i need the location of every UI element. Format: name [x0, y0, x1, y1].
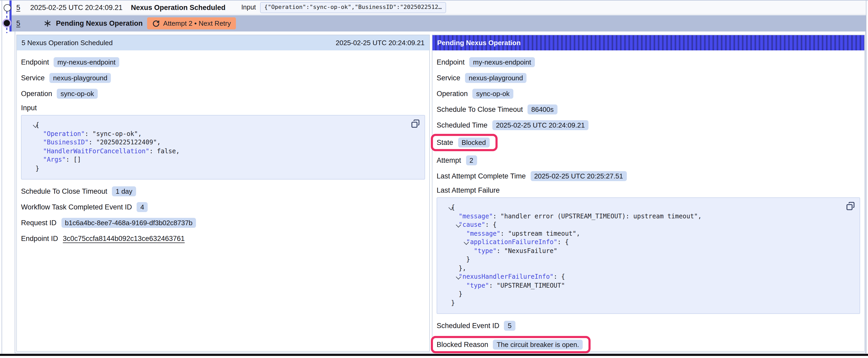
- json-line: }: [443, 255, 853, 264]
- frame-border-right: [866, 0, 866, 354]
- field-label: State: [437, 138, 453, 147]
- json-line: "BusinessID": "20250225122409",: [28, 138, 418, 147]
- event-title: Nexus Operation Scheduled: [131, 3, 225, 11]
- json-line: }: [28, 164, 418, 173]
- right-field-last-attempt-complete-time: Last Attempt Complete Time2025-02-25 UTC…: [437, 171, 860, 181]
- input-json-viewer: { "Operation": "sync-op-ok", "BusinessID…: [21, 115, 425, 180]
- right-field-schedule-to-close-timeout: Schedule To Close Timeout86400s: [437, 104, 860, 115]
- field-value-chip: The circuit breaker is open.: [493, 339, 583, 350]
- left-field-endpoint: Endpointmy-nexus-endpoint: [21, 57, 425, 67]
- field-value-chip: Blocked: [458, 137, 490, 148]
- pending-nexus-operation-panel: Pending Nexus Operation Endpointmy-nexus…: [432, 35, 865, 352]
- right-field-scheduled-time: Scheduled Time2025-02-25 UTC 20:24:09.21: [437, 120, 860, 130]
- left-field-workflow-task-completed-event-id: Workflow Task Completed Event ID4: [21, 202, 425, 212]
- field-value-chip: 86400s: [528, 104, 557, 114]
- json-line: "HandlerWaitForCancellation": false,: [28, 147, 418, 155]
- retry-attempt-badge: Attempt 2 • Next Retry: [147, 17, 236, 29]
- field-label: Blocked Reason: [437, 341, 488, 349]
- field-label: Scheduled Event ID: [437, 322, 499, 329]
- field-value-chip: 5: [504, 321, 515, 330]
- panel-header-title: 5 Nexus Operation Scheduled: [22, 39, 113, 47]
- timeline-connector: [6, 11, 8, 19]
- left-field-endpoint-id: Endpoint ID3c0c75ccfa8144b092c13ce632463…: [21, 233, 425, 243]
- input-section-label: Input: [21, 104, 425, 112]
- field-value-chip: 2: [466, 155, 477, 165]
- event-id-link[interactable]: 5: [16, 3, 20, 11]
- json-line: "message": "upstream timeout",: [443, 229, 853, 238]
- event-id-link[interactable]: 5: [16, 20, 20, 27]
- json-line: "Operation": "sync-op-ok",: [28, 129, 418, 138]
- right-field-attempt: Attempt2: [437, 155, 860, 165]
- json-line: "applicationFailureInfo": {: [443, 238, 853, 247]
- field-label: Workflow Task Completed Event ID: [21, 203, 132, 211]
- left-field-request-id: Request IDb1c6a4bc-8ee7-468a-9169-df3b02…: [21, 217, 425, 228]
- highlight-annotation-box: Blocked ReasonThe circuit breaker is ope…: [431, 336, 591, 353]
- field-label: Endpoint: [437, 58, 465, 66]
- field-label: Schedule To Close Timeout: [21, 187, 107, 195]
- field-label: Scheduled Time: [437, 121, 488, 129]
- panel-header-timestamp: 2025-02-25 UTC 20:24:09.21: [336, 39, 425, 47]
- left-field-schedule-to-close-timeout: Schedule To Close Timeout1 day: [21, 186, 425, 196]
- failure-section-label: Last Attempt Failure: [437, 186, 860, 194]
- pending-panel-header: Pending Nexus Operation: [432, 35, 864, 51]
- json-line: {: [28, 121, 418, 129]
- temporal-event-history-screen: 5 2025-02-25 UTC 20:24:09.21 Nexus Opera…: [0, 0, 868, 358]
- json-line: },: [443, 264, 853, 272]
- event-row-pending-nexus-operation[interactable]: 5 Pending Nexus Operation Atte: [11, 15, 866, 32]
- right-field-blocked-reason: Blocked ReasonThe circuit breaker is ope…: [431, 336, 860, 353]
- left-field-service: Servicenexus-playground: [21, 72, 425, 83]
- field-value-chip: nexus-playground: [50, 73, 111, 83]
- field-value-chip: sync-op-ok: [473, 89, 513, 98]
- field-label: Operation: [437, 90, 468, 97]
- field-value-chip: sync-op-ok: [57, 89, 98, 98]
- retry-badge-label: Attempt 2 • Next Retry: [163, 20, 231, 27]
- json-line: {: [443, 203, 853, 212]
- right-field-state: StateBlocked: [431, 134, 860, 151]
- field-label: Request ID: [21, 219, 57, 227]
- left-field-operation: Operationsync-op-ok: [21, 88, 425, 99]
- json-line: "nexusHandlerFailureInfo": {: [443, 272, 853, 281]
- event-timestamp: 2025-02-25 UTC 20:24:09.21: [30, 3, 122, 11]
- field-value-chip: 2025-02-25 UTC 20:24:09.21: [492, 120, 588, 130]
- event-open-dot-icon: [3, 4, 11, 11]
- highlight-annotation-box: StateBlocked: [431, 134, 498, 151]
- json-line: "message": "handler error (UPSTREAM_TIME…: [443, 212, 853, 221]
- json-line: }: [443, 298, 853, 307]
- json-line: "Args": []: [28, 155, 418, 164]
- pending-panel-header-title: Pending Nexus Operation: [437, 39, 521, 47]
- json-line: }: [443, 290, 853, 298]
- frame-border-left: [2, 0, 2, 354]
- bottom-divider-bar: [0, 354, 868, 356]
- right-field-endpoint: Endpointmy-nexus-endpoint: [437, 57, 860, 67]
- pending-event-title: Pending Nexus Operation: [56, 20, 143, 27]
- event-details-panel-scheduled: 5 Nexus Operation Scheduled 2025-02-25 U…: [16, 35, 430, 352]
- field-value-chip: my-nexus-endpoint: [54, 57, 119, 67]
- event-input-preview-chip[interactable]: {"Operation":"sync-op-ok","BusinessID":"…: [260, 2, 446, 13]
- json-line: "type": "UPSTREAM_TIMEOUT": [443, 281, 853, 290]
- event-row-nexus-operation-scheduled[interactable]: 5 2025-02-25 UTC 20:24:09.21 Nexus Opera…: [11, 1, 866, 15]
- field-value-link[interactable]: 3c0c75ccfa8144b092c13ce632463761: [63, 234, 185, 242]
- field-value-chip: my-nexus-endpoint: [469, 57, 535, 67]
- json-line: "type": "NexusFailure": [443, 247, 853, 255]
- field-value-chip: nexus-playground: [465, 73, 527, 83]
- field-label: Operation: [21, 90, 52, 97]
- field-label: Endpoint ID: [21, 234, 58, 242]
- field-label: Service: [21, 74, 45, 82]
- nexus-asterisk-icon: [43, 20, 51, 27]
- field-value-chip: 1 day: [112, 186, 136, 196]
- timeline-connector: [6, 28, 8, 33]
- field-value-chip: 4: [136, 202, 148, 212]
- event-selected-dot-icon: [4, 20, 10, 26]
- failure-json-viewer: { "message": "handler error (UPSTREAM_TI…: [437, 197, 860, 314]
- event-input-label: Input: [241, 4, 256, 11]
- field-value-chip: 2025-02-25 UTC 20:25:27.51: [530, 171, 626, 181]
- right-field-operation: Operationsync-op-ok: [437, 88, 860, 99]
- right-field-service: Servicenexus-playground: [437, 72, 860, 83]
- field-label: Attempt: [437, 156, 461, 164]
- json-line: "cause": {: [443, 221, 853, 229]
- right-field-scheduled-event-id: Scheduled Event ID5: [437, 320, 860, 331]
- field-value-chip: b1c6a4bc-8ee7-468a-9169-df3b02c8737b: [61, 218, 196, 228]
- field-label: Service: [437, 74, 460, 82]
- field-label: Schedule To Close Timeout: [437, 105, 523, 113]
- field-label: Endpoint: [21, 58, 49, 66]
